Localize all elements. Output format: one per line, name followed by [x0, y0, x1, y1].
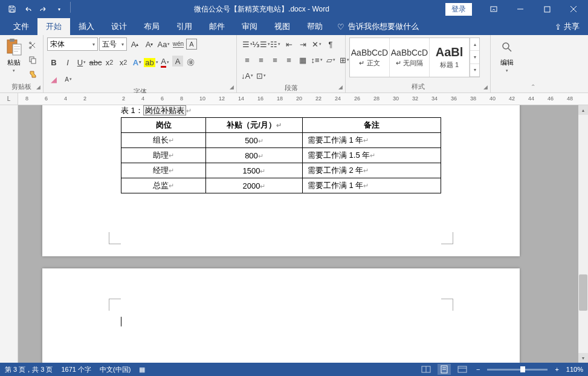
- tab-view[interactable]: 视图: [266, 18, 299, 35]
- shrink-font-button[interactable]: A▾: [143, 37, 156, 51]
- redo-button[interactable]: [36, 2, 51, 16]
- styles-launcher[interactable]: ◢: [483, 84, 488, 90]
- clipboard-launcher[interactable]: ◢: [36, 84, 40, 90]
- group-paragraph: ☰ ⅓☰ ☷ ⇤ ⇥ ✕ ¶ ≡ ≡ ≡ ≡ ▦ ↕≡ ▱ ⊞ ↓A ⊡: [237, 35, 346, 92]
- numbering-button[interactable]: ⅓☰: [254, 37, 268, 51]
- tell-me-search[interactable]: ♡ 告诉我你想要做什么: [331, 18, 425, 35]
- bold-button[interactable]: B: [47, 56, 60, 69]
- shading-button[interactable]: ▱: [324, 53, 337, 66]
- table-caption[interactable]: 表 1：岗位补贴表↵: [121, 105, 441, 116]
- web-layout-button[interactable]: [456, 364, 469, 375]
- read-mode-button[interactable]: [419, 364, 433, 375]
- zoom-level[interactable]: 110%: [566, 366, 583, 373]
- undo-button[interactable]: [21, 2, 35, 16]
- superscript-button[interactable]: x2: [117, 56, 130, 69]
- minimize-button[interactable]: [508, 1, 532, 18]
- scroll-down-button[interactable]: ▾: [578, 353, 588, 363]
- vertical-ruler[interactable]: [0, 105, 18, 363]
- print-layout-button[interactable]: [438, 364, 451, 375]
- table-row: 经理↵1500↵需要工作满 2 年↵: [121, 163, 441, 178]
- save-button[interactable]: [5, 2, 19, 16]
- phonetic-guide-button[interactable]: wén: [172, 37, 185, 51]
- align-right-button[interactable]: ≡: [268, 53, 282, 66]
- close-button[interactable]: [561, 1, 586, 18]
- char-shading-button[interactable]: A: [172, 56, 183, 66]
- tab-file[interactable]: 文件: [5, 18, 37, 35]
- increase-indent-button[interactable]: ⇥: [296, 37, 309, 51]
- style-nospacing[interactable]: AaBbCcD ↵ 无间隔: [390, 38, 430, 77]
- vertical-scrollbar[interactable]: ▴ ▾: [578, 105, 588, 363]
- ime-button[interactable]: A: [62, 73, 75, 86]
- align-left-button[interactable]: ≡: [241, 53, 254, 66]
- qat-customize[interactable]: ▾: [52, 2, 66, 16]
- page-3-top[interactable]: 表 1：岗位补贴表↵ 岗位 补贴（元/月）↵ 备注 组长↵500↵需要工作满 1…: [42, 105, 520, 256]
- editing-button[interactable]: 编辑 ▾: [494, 37, 520, 73]
- justify-button[interactable]: ≡: [282, 53, 296, 66]
- tab-home[interactable]: 开始: [37, 18, 70, 35]
- tab-mailings[interactable]: 邮件: [201, 18, 233, 35]
- styles-more-button[interactable]: ▾: [470, 64, 479, 77]
- collapse-ribbon-button[interactable]: ⌃: [531, 83, 535, 90]
- clear-format-button[interactable]: ◢: [47, 73, 60, 86]
- sort-button[interactable]: ↓A: [241, 69, 254, 82]
- tab-design[interactable]: 设计: [103, 18, 135, 35]
- font-color-button[interactable]: A: [158, 56, 172, 69]
- change-case-button[interactable]: Aa: [157, 37, 170, 51]
- italic-button[interactable]: I: [61, 56, 74, 69]
- tab-help[interactable]: 帮助: [299, 18, 331, 35]
- style-normal[interactable]: AaBbCcD ↵ 正文: [350, 38, 390, 77]
- paste-button[interactable]: 粘贴 ▾: [4, 37, 24, 73]
- horizontal-ruler[interactable]: 8642246810121416182022242628303234363840…: [18, 93, 588, 105]
- zoom-thumb[interactable]: [520, 366, 525, 372]
- line-spacing-button[interactable]: ↕≡: [310, 53, 323, 66]
- snap-grid-button[interactable]: ⊡: [254, 69, 268, 82]
- tab-references[interactable]: 引用: [168, 18, 201, 35]
- tab-selector[interactable]: L: [0, 93, 18, 105]
- show-marks-button[interactable]: ¶: [324, 37, 337, 51]
- tab-review[interactable]: 审阅: [233, 18, 266, 35]
- language-status[interactable]: 中文(中国): [100, 365, 131, 374]
- font-size-combo[interactable]: 五号▾: [99, 37, 127, 51]
- ribbon-options-button[interactable]: [482, 1, 506, 18]
- decrease-indent-button[interactable]: ⇤: [282, 37, 296, 51]
- cut-button[interactable]: [26, 39, 39, 52]
- styles-up-button[interactable]: ▴: [470, 38, 479, 51]
- font-launcher[interactable]: ◢: [230, 84, 234, 90]
- zoom-in-button[interactable]: +: [552, 366, 561, 373]
- format-painter-button[interactable]: [26, 68, 39, 81]
- word-count-status[interactable]: 1671 个字: [61, 365, 91, 374]
- multilevel-button[interactable]: ☷: [268, 37, 282, 51]
- share-button[interactable]: ⇪ 共享: [546, 18, 588, 35]
- char-border-button[interactable]: A: [186, 39, 197, 50]
- align-center-button[interactable]: ≡: [254, 53, 268, 66]
- subscript-button[interactable]: x2: [103, 56, 116, 69]
- maximize-button[interactable]: [535, 1, 559, 18]
- copy-button[interactable]: [26, 53, 39, 66]
- paragraph-launcher[interactable]: ◢: [338, 84, 343, 90]
- macro-icon[interactable]: ▦: [139, 366, 145, 374]
- scroll-up-button[interactable]: ▴: [578, 105, 588, 115]
- highlight-button[interactable]: ab: [144, 56, 158, 69]
- font-name-combo[interactable]: 宋体▾: [47, 37, 98, 51]
- document-scroll[interactable]: 表 1：岗位补贴表↵ 岗位 补贴（元/月）↵ 备注 组长↵500↵需要工作满 1…: [18, 105, 588, 363]
- allowance-table[interactable]: 岗位 补贴（元/月）↵ 备注 组长↵500↵需要工作满 1 年↵ 助理↵800↵…: [121, 117, 441, 193]
- grow-font-button[interactable]: A▴: [128, 37, 141, 51]
- page-number-status[interactable]: 第 3 页，共 3 页: [5, 365, 53, 374]
- tab-insert[interactable]: 插入: [70, 18, 103, 35]
- text-effects-button[interactable]: A: [131, 56, 144, 69]
- page-3-bottom[interactable]: [42, 268, 520, 363]
- underline-button[interactable]: U: [75, 56, 88, 69]
- zoom-out-button[interactable]: −: [474, 366, 482, 373]
- tab-layout[interactable]: 布局: [135, 18, 168, 35]
- strikethrough-button[interactable]: abc: [89, 56, 102, 69]
- login-button[interactable]: 登录: [445, 3, 472, 16]
- distribute-button[interactable]: ▦: [296, 53, 309, 66]
- scroll-thumb[interactable]: [579, 274, 587, 311]
- ruler-area: L 86422468101214161820222426283032343638…: [0, 93, 588, 105]
- asian-layout-button[interactable]: ✕: [310, 37, 323, 51]
- styles-gallery[interactable]: AaBbCcD ↵ 正文 AaBbCcD ↵ 无间隔 AaBl 标题 1 ▴ ▾…: [349, 37, 480, 77]
- styles-down-button[interactable]: ▾: [470, 51, 479, 63]
- zoom-slider[interactable]: [487, 369, 548, 371]
- enclose-char-button[interactable]: ㊝: [184, 56, 197, 69]
- style-heading1[interactable]: AaBl 标题 1: [430, 38, 470, 77]
